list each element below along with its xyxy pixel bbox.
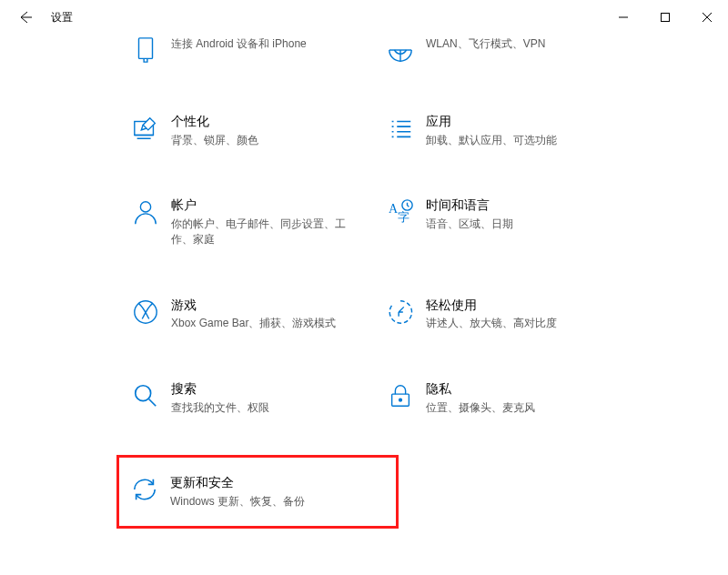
- maximize-button[interactable]: [644, 4, 686, 31]
- tile-title: 隐私: [426, 380, 535, 398]
- tile-update-security[interactable]: 更新和安全 Windows 更新、恢复、备份: [116, 455, 399, 528]
- tile-desc: WLAN、飞行模式、VPN: [426, 36, 545, 52]
- svg-point-8: [136, 386, 151, 401]
- tile-desc: 查找我的文件、权限: [171, 400, 269, 416]
- tile-title: 轻松使用: [426, 297, 557, 315]
- tile-desc: 位置、摄像头、麦克风: [426, 400, 535, 416]
- back-button[interactable]: [7, 0, 44, 35]
- tile-title: 更新和安全: [170, 474, 305, 492]
- globe-icon: [382, 35, 419, 64]
- maximize-icon: [661, 13, 670, 22]
- svg-point-10: [399, 398, 402, 401]
- arrow-left-icon: [18, 10, 33, 25]
- tile-search[interactable]: 搜索 查找我的文件、权限: [127, 375, 364, 420]
- minimize-icon: [619, 13, 628, 22]
- tile-personalization[interactable]: 个性化 背景、锁屏、颜色: [127, 107, 364, 153]
- ease-of-access-icon: [382, 297, 419, 326]
- tile-title: 个性化: [171, 113, 258, 131]
- svg-rect-1: [139, 38, 153, 59]
- tile-network[interactable]: WLAN、飞行模式、VPN: [382, 29, 619, 69]
- lock-icon: [382, 380, 419, 409]
- person-icon: [127, 197, 164, 226]
- svg-point-3: [140, 202, 150, 212]
- window-title: 设置: [44, 10, 73, 25]
- tile-desc: 语音、区域、日期: [426, 217, 513, 232]
- window-controls: [602, 4, 728, 31]
- tile-title: 帐户: [171, 197, 364, 215]
- tile-gaming[interactable]: 游戏 Xbox Game Bar、捕获、游戏模式: [127, 291, 364, 337]
- tile-title: 搜索: [171, 380, 269, 398]
- minimize-button[interactable]: [602, 4, 644, 31]
- tile-ease-of-access[interactable]: 轻松使用 讲述人、放大镜、高对比度: [382, 291, 619, 337]
- tile-desc: 卸载、默认应用、可选功能: [426, 133, 557, 148]
- apps-list-icon: [382, 113, 419, 142]
- settings-grid: 连接 Android 设备和 iPhone WLAN、飞行模式、VPN: [127, 29, 728, 529]
- tile-title: 时间和语言: [426, 197, 513, 215]
- language-icon: A 字: [382, 197, 419, 226]
- tile-title: 游戏: [171, 297, 336, 315]
- paintbrush-icon: [127, 113, 164, 142]
- tile-phone[interactable]: 连接 Android 设备和 iPhone: [127, 29, 364, 69]
- sync-icon: [126, 474, 163, 503]
- tile-desc: 讲述人、放大镜、高对比度: [426, 316, 557, 331]
- svg-text:A: A: [389, 201, 399, 216]
- close-button[interactable]: [686, 4, 728, 31]
- tile-desc: Windows 更新、恢复、备份: [170, 494, 305, 509]
- tile-desc: 连接 Android 设备和 iPhone: [171, 36, 307, 52]
- svg-rect-0: [662, 14, 670, 22]
- tile-privacy[interactable]: 隐私 位置、摄像头、麦克风: [382, 375, 619, 420]
- search-icon: [127, 380, 164, 409]
- tile-time-language[interactable]: A 字 时间和语言 语音、区域、日期: [382, 191, 619, 252]
- svg-text:字: 字: [398, 211, 410, 225]
- close-icon: [703, 13, 712, 22]
- phone-icon: [127, 35, 164, 64]
- tile-title: 应用: [426, 113, 557, 131]
- xbox-icon: [127, 297, 164, 326]
- tile-desc: 你的帐户、电子邮件、同步设置、工作、家庭: [171, 217, 364, 247]
- tile-desc: 背景、锁屏、颜色: [171, 133, 258, 148]
- tile-apps[interactable]: 应用 卸载、默认应用、可选功能: [382, 107, 619, 153]
- tile-desc: Xbox Game Bar、捕获、游戏模式: [171, 316, 336, 331]
- tile-accounts[interactable]: 帐户 你的帐户、电子邮件、同步设置、工作、家庭: [127, 191, 364, 252]
